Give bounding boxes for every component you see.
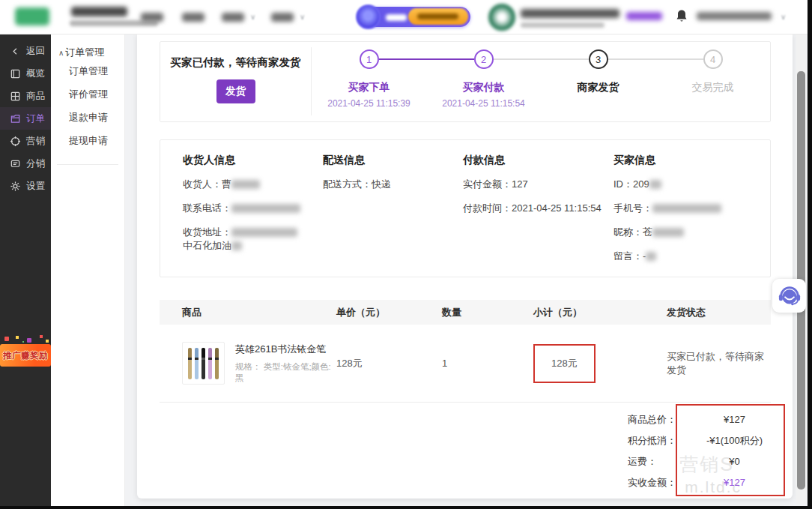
chevron-up-icon: ∧ [58, 49, 64, 57]
overview-icon [10, 68, 21, 79]
store-logo [488, 4, 515, 31]
step-date: 2021-04-25 11:15:54 [426, 98, 541, 109]
buyer-phone: 手机号： [613, 202, 770, 215]
sidebar-item-label: 返回 [26, 45, 45, 58]
nav-item-3[interactable] [222, 13, 244, 22]
main-page: 营销S m.ltd.c 买家已付款，等待商家发货 发货 1 买家下单 [124, 34, 808, 506]
topbar: ∨ ∨ ∨ [0, 0, 808, 34]
goods-icon [10, 91, 21, 102]
delivery-info-title: 配送信息 [323, 154, 463, 167]
account-name-redacted[interactable] [697, 12, 772, 20]
product-image-pens [182, 342, 225, 385]
step-connector-1-2 [379, 58, 474, 60]
buyer-nickname: 昵称：苍 [613, 226, 770, 239]
nav-item-2[interactable] [182, 13, 204, 22]
redacted-text [652, 204, 721, 213]
redacted-text [646, 252, 656, 261]
app-window: ∨ ∨ ∨ 返回 概览 商品 [0, 0, 808, 506]
sidebar-item-goods[interactable]: 商品 [0, 85, 51, 107]
delivery-info-column: 配送信息 配送方式：快递 [323, 140, 463, 277]
vertical-scrollbar [796, 34, 806, 504]
step-label: 交易完成 [655, 81, 770, 94]
submenu-group-orders[interactable]: ∧ 订单管理 [51, 34, 124, 59]
summary-label-total: 商品总价： [628, 412, 684, 427]
order-items-table: 商品 单价（元） 数量 小计（元） 发货状态 [160, 300, 771, 490]
order-status-card: 买家已付款，等待商家发货 发货 1 买家下单 2021-04-25 11:15:… [160, 41, 771, 122]
sidebar-item-label: 商品 [26, 90, 45, 103]
submenu-item-refund-requests[interactable]: 退款申请 [51, 106, 124, 129]
receiver-address: 收货地址：中石化加油 [183, 226, 323, 253]
product-name: 英雄261B书法铱金笔 [235, 343, 336, 356]
step-circle: 3 [589, 49, 608, 69]
submenu-item-review-management[interactable]: 评价管理 [51, 83, 124, 106]
summary-label-points: 积分抵消： [628, 433, 684, 448]
sidebar-item-distribution[interactable]: 分销 [0, 152, 51, 175]
order-submenu: ∧ 订单管理 订单管理 评价管理 退款申请 提现申请 [51, 34, 125, 506]
step-circle: 4 [703, 49, 723, 69]
submenu-item-withdrawal-requests[interactable]: 提现申请 [51, 130, 124, 152]
chevron-down-icon: ∨ [781, 13, 786, 21]
pen-swatch [215, 348, 219, 379]
nav-item-1[interactable] [141, 13, 163, 22]
ship-button[interactable]: 发货 [216, 79, 255, 103]
redacted-text [231, 228, 297, 237]
confetti-decoration [4, 337, 9, 341]
receiver-name: 收货人：曹 [183, 178, 323, 191]
back-icon [10, 46, 21, 57]
summary-label-received: 实收金额： [628, 475, 684, 490]
product-cell: 英雄261B书法铱金笔 规格： 类型:铱金笔;颜色:黑 [182, 342, 336, 385]
promo-reward-banner[interactable]: 推广赚奖励 [0, 334, 51, 376]
summary-value-points: -¥1(100积分) [684, 433, 785, 448]
table-header-subtotal: 小计（元） [533, 306, 667, 319]
ship-status-cell: 买家已付款，等待商家发货 [667, 350, 771, 377]
sidebar-item-back[interactable]: 返回 [0, 40, 51, 62]
sidebar-item-orders[interactable]: 订单 [0, 107, 51, 130]
sidebar-item-label: 分销 [26, 157, 45, 170]
pen-swatch [208, 348, 212, 379]
step-circle: 1 [360, 49, 379, 69]
delivery-method: 配送方式：快递 [323, 178, 463, 191]
upgrade-link-redacted[interactable] [626, 12, 662, 20]
redacted-text [231, 180, 260, 189]
step-label: 商家发货 [541, 81, 655, 94]
submenu-group-label: 订单管理 [65, 46, 104, 59]
payment-info-title: 付款信息 [463, 154, 613, 167]
sidebar-item-label: 概览 [26, 67, 45, 80]
bell-icon[interactable] [676, 9, 688, 22]
promo-pill-button[interactable] [356, 4, 470, 29]
unit-price-cell: 128元 [336, 357, 442, 370]
ribbon: 推广赚奖励 [0, 344, 51, 367]
store-url-redacted [521, 22, 605, 28]
subtotal-cell: 128元 [533, 344, 667, 383]
promo-text-redacted [386, 14, 407, 21]
sidebar-item-overview[interactable]: 概览 [0, 62, 51, 85]
divider [57, 164, 118, 165]
promo-orange-text-redacted [417, 13, 458, 19]
table-header-quantity: 数量 [442, 306, 533, 319]
status-left: 买家已付款，等待商家发货 发货 [160, 47, 312, 115]
buyer-id: ID：209 [613, 178, 770, 191]
order-summary: 商品总价： ¥127 积分抵消： -¥1(100积分) 运费： ¥0 实收金额：… [628, 412, 785, 490]
receiver-info-title: 收货人信息 [183, 154, 323, 167]
buyer-message: 留言：- [613, 250, 770, 263]
sidebar-item-settings[interactable]: 设置 [0, 175, 51, 197]
customer-service-button[interactable] [772, 279, 806, 313]
promo-coin-icon [356, 4, 381, 29]
table-header-ship-status: 发货状态 [667, 306, 771, 319]
submenu-item-order-management[interactable]: 订单管理 [51, 60, 124, 82]
step-circle: 2 [474, 49, 494, 69]
order-info-card: 收货人信息 收货人：曹 联系电话： 收货地址：中石化加油 配送信息 配送方式：快… [160, 139, 771, 277]
subtotal-annotation-box: 128元 [533, 344, 596, 383]
sidebar-item-marketing[interactable]: 营销 [0, 130, 51, 152]
chevron-down-icon: ∨ [250, 13, 255, 21]
pen-swatch [202, 348, 205, 379]
summary-value-received: ¥127 [684, 475, 785, 490]
distribution-icon [10, 158, 21, 169]
brand-logo[interactable] [15, 7, 49, 25]
summary-value-total: ¥127 [684, 412, 785, 427]
sidebar-item-label: 设置 [26, 180, 45, 193]
pen-swatch [195, 348, 199, 379]
nav-item-4[interactable] [271, 13, 294, 22]
redacted-text [231, 241, 242, 250]
step-connector-2-3 [494, 58, 589, 60]
